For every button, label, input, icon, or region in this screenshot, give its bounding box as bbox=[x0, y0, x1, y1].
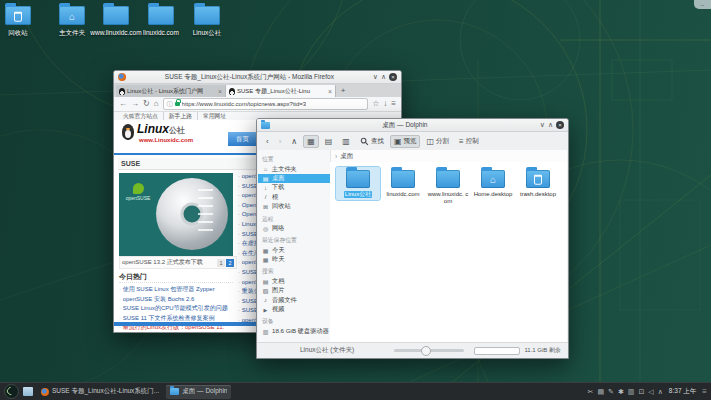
icons-view-button[interactable]: ▦ bbox=[303, 135, 319, 148]
place-label: 下载 bbox=[272, 183, 284, 192]
tux-favicon bbox=[229, 88, 235, 95]
clock[interactable]: 8:37 上午 bbox=[669, 387, 696, 396]
file-item[interactable]: Home.desktop bbox=[471, 167, 515, 200]
maximize-icon[interactable]: ∧ bbox=[381, 73, 386, 81]
desktop-icon[interactable]: 回收站 bbox=[0, 6, 44, 38]
close-icon[interactable] bbox=[556, 121, 564, 129]
breadcrumb-label: 桌面 bbox=[340, 152, 353, 161]
place-item: 远程 bbox=[258, 214, 330, 223]
find-button[interactable]: 查找 bbox=[356, 135, 388, 148]
tab-label: SUSE 专题_Linux公社-Linu bbox=[237, 87, 326, 96]
place-item[interactable]: 昨天 bbox=[258, 255, 330, 264]
browser-tab[interactable]: Linux公社 - Linux系统门户网 bbox=[116, 85, 226, 97]
zoom-slider[interactable] bbox=[394, 349, 464, 352]
site-logo[interactable]: Linux公社 bbox=[137, 122, 185, 136]
panel-toolbox-icon[interactable]: ≡ bbox=[702, 387, 707, 396]
place-item[interactable]: 主文件夹 bbox=[258, 164, 330, 173]
file-label: www.linuxidc. com bbox=[427, 191, 469, 205]
image-caption-bar: openSUSE 13.2 正式发布下载 1 2 bbox=[119, 256, 237, 269]
desktop-icon-label: 回收站 bbox=[0, 29, 44, 38]
task-button[interactable]: SUSE 专题_Linux公社-Linux系统门... bbox=[37, 385, 163, 399]
place-icon bbox=[262, 225, 269, 232]
place-item[interactable]: 音频文件 bbox=[258, 295, 330, 304]
file-item[interactable]: linuxidc.com bbox=[381, 167, 425, 200]
split-label: 分割 bbox=[436, 137, 449, 146]
bookmark-star-icon[interactable]: ☆ bbox=[372, 99, 379, 109]
tab-bar: Linux公社 - Linux系统门户网 SUSE 专题_Linux公社-Lin… bbox=[114, 84, 401, 97]
article-link[interactable]: openSUSE 安装 Bochs 2.6 bbox=[119, 295, 233, 305]
file-item[interactable]: Linux公社 bbox=[336, 167, 380, 200]
menu-line bbox=[198, 221, 213, 223]
folder-icon bbox=[194, 6, 220, 25]
place-item[interactable]: 文档 bbox=[258, 277, 330, 286]
place-item[interactable]: 图片 bbox=[258, 286, 330, 295]
split-button[interactable]: ◫ 分割 bbox=[422, 135, 453, 148]
task-icon bbox=[170, 388, 179, 395]
preview-button[interactable]: ▣ 预览 bbox=[390, 135, 421, 148]
volume-icon[interactable] bbox=[648, 387, 653, 397]
expand-tray-icon[interactable] bbox=[658, 387, 663, 397]
home-icon[interactable]: ⌂ bbox=[154, 99, 159, 109]
control-button[interactable]: ≡ 控制 bbox=[455, 135, 483, 148]
close-icon[interactable] bbox=[389, 73, 397, 81]
display-icon[interactable] bbox=[638, 387, 644, 397]
maximize-icon[interactable]: ∧ bbox=[548, 121, 553, 129]
device-notifier-icon[interactable] bbox=[628, 387, 635, 397]
place-icon bbox=[262, 287, 269, 294]
new-tab-button[interactable]: + bbox=[336, 86, 350, 95]
back-icon[interactable]: ← bbox=[119, 99, 127, 109]
file-item[interactable]: www.linuxidc. com bbox=[426, 167, 470, 207]
folder-view[interactable]: Linux公社 linuxidc.com www.linuxidc. com H… bbox=[330, 162, 567, 343]
place-item[interactable]: 视频 bbox=[258, 305, 330, 314]
bluetooth-icon[interactable] bbox=[618, 387, 624, 397]
forward-icon[interactable]: → bbox=[131, 99, 139, 109]
place-item[interactable]: 今天 bbox=[258, 246, 330, 255]
compact-view-button[interactable]: ▤ bbox=[321, 135, 337, 148]
desktop-icon[interactable]: Linux公社 bbox=[181, 6, 233, 38]
status-bar: Linux公社 (文件夹) 11.1 GiB 剩余 bbox=[257, 342, 568, 358]
folder-icon bbox=[526, 170, 550, 188]
place-item[interactable]: 网络 bbox=[258, 224, 330, 233]
pager-2[interactable]: 2 bbox=[226, 259, 234, 267]
menu-icon[interactable]: ≡ bbox=[391, 99, 396, 109]
place-item[interactable]: 18.6 GiB 硬盘驱动器 bbox=[258, 327, 330, 336]
article-link[interactable]: 使用 SUSE Linux 包管理器 Zypper bbox=[119, 285, 233, 295]
article-link[interactable]: SUSE Linux的CPU节能模式引发的问题 bbox=[119, 304, 233, 314]
minimize-icon[interactable]: ∨ bbox=[373, 73, 378, 81]
place-label: 18.6 GiB 硬盘驱动器 bbox=[272, 327, 329, 336]
zoom-slider-knob[interactable] bbox=[421, 346, 431, 356]
application-launcher-icon[interactable] bbox=[4, 384, 19, 399]
image-caption[interactable]: openSUSE 13.2 正式发布下载 bbox=[122, 258, 216, 267]
site-nav-item[interactable]: 首页 bbox=[236, 135, 249, 144]
place-item[interactable]: 根 bbox=[258, 193, 330, 202]
site-info-icon[interactable]: ⓘ bbox=[167, 100, 173, 109]
forward-button[interactable]: › bbox=[275, 135, 286, 148]
notes-icon[interactable] bbox=[608, 387, 614, 397]
klipper-icon[interactable] bbox=[588, 387, 594, 397]
minimize-icon[interactable]: ∨ bbox=[540, 121, 545, 129]
opensuse-article-image[interactable]: openSUSE bbox=[119, 173, 233, 256]
details-view-button[interactable]: ▥ bbox=[338, 135, 354, 148]
menu-line bbox=[198, 197, 213, 199]
back-button[interactable]: ‹ bbox=[262, 135, 273, 148]
desktop-icon[interactable]: linuxidc.com bbox=[135, 6, 187, 36]
show-desktop-icon[interactable] bbox=[23, 387, 33, 396]
downloads-icon[interactable]: ↓ bbox=[383, 99, 387, 109]
place-item[interactable]: 下载 bbox=[258, 183, 330, 192]
up-button[interactable]: ∧ bbox=[287, 135, 301, 148]
place-item[interactable]: 桌面 bbox=[258, 174, 330, 183]
url-bar[interactable]: ⓘ https://www.linuxidc.com/topicnews.asp… bbox=[163, 98, 369, 110]
pager-1[interactable]: 1 bbox=[217, 259, 225, 267]
place-item[interactable]: 回收站 bbox=[258, 202, 330, 211]
desktop-toolbox[interactable] bbox=[694, 0, 711, 9]
browser-tab[interactable]: SUSE 专题_Linux公社-Linu bbox=[226, 85, 336, 97]
task-button[interactable]: 桌面 — Dolphin bbox=[166, 385, 231, 399]
file-item[interactable]: trash.desktop bbox=[516, 167, 560, 200]
dolphin-titlebar[interactable]: 桌面 — Dolphin ∨ ∧ bbox=[257, 119, 568, 132]
tab-close-icon[interactable] bbox=[218, 88, 222, 95]
disk-capacity-bar bbox=[474, 347, 520, 355]
clipboard-icon[interactable] bbox=[597, 387, 604, 397]
reload-icon[interactable]: ↻ bbox=[143, 99, 150, 109]
firefox-titlebar[interactable]: SUSE 专题_Linux公社-Linux系统门户网站 - Mozilla Fi… bbox=[114, 71, 401, 84]
tab-close-icon[interactable] bbox=[328, 88, 332, 95]
